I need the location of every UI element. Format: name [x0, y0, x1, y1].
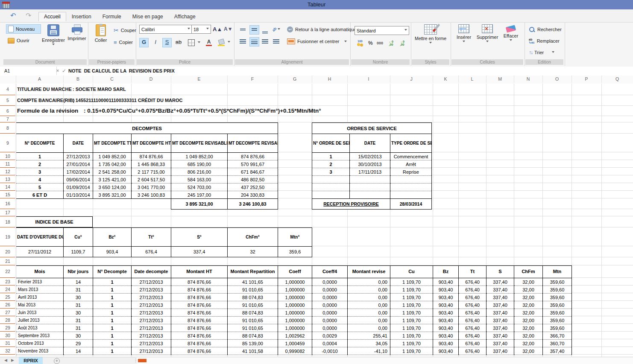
cell[interactable]: 6 ET D [16, 191, 64, 199]
column-header-E[interactable]: E [171, 76, 228, 83]
cell[interactable]: 337,40 [486, 294, 514, 301]
align-bottom-button[interactable] [261, 25, 270, 34]
cell[interactable]: 1,000000 [278, 286, 312, 294]
cell[interactable]: 2 117 715,00 [132, 168, 171, 176]
cell[interactable]: 359,60 [543, 324, 572, 332]
cell[interactable]: 91 010,65 [228, 324, 278, 332]
merge-caret-icon[interactable] [344, 41, 347, 44]
tab-insertion[interactable]: Insertion [66, 12, 97, 21]
font-color-button[interactable]: A [204, 38, 214, 47]
cell[interactable]: 3 041 770,00 [132, 183, 171, 191]
save-button[interactable]: Enregistrer [40, 23, 67, 47]
cell[interactable]: 676,40 [459, 278, 486, 286]
cell[interactable]: 1 109,70 [390, 332, 433, 340]
cell[interactable] [390, 191, 432, 199]
cell[interactable]: 1,000000 [278, 324, 312, 332]
cell[interactable]: 32,00 [514, 278, 543, 286]
cell[interactable]: 27/12/2013 [132, 309, 171, 317]
cell[interactable]: 0,00 [348, 317, 390, 324]
column-header-B[interactable]: B [63, 76, 93, 83]
cell[interactable] [312, 176, 350, 183]
cell[interactable]: 31 [64, 286, 93, 294]
cell[interactable]: Reprise [390, 168, 432, 176]
cell[interactable]: 17/02/2014 [64, 168, 93, 176]
cell[interactable]: 874 876,66 [171, 332, 228, 340]
cell[interactable]: 0,0000 [312, 324, 348, 332]
paste-button[interactable]: Coller [91, 23, 110, 43]
cell[interactable]: 1 [93, 317, 132, 324]
cell[interactable]: 32,00 [514, 294, 543, 301]
cell[interactable]: 903,40 [433, 278, 459, 286]
cell[interactable]: 874 876,66 [171, 294, 228, 301]
cell[interactable]: 0,0000 [312, 294, 348, 301]
column-header-P[interactable]: P [571, 76, 602, 83]
cell[interactable]: 584 163,00 [171, 176, 228, 183]
cell[interactable]: 1 049 852,00 [171, 153, 228, 160]
header-cell[interactable]: Mtn° [278, 228, 312, 247]
cell[interactable]: 4 [16, 176, 64, 183]
cell[interactable]: 874 876,66 [171, 340, 228, 347]
align-center-button[interactable] [249, 37, 259, 47]
cell[interactable]: 32,00 [514, 309, 543, 317]
cell[interactable]: 88 074,83 [228, 294, 278, 301]
redo-icon[interactable]: ↷ [26, 12, 31, 19]
cell[interactable]: 91 010,65 [228, 286, 278, 294]
cell[interactable]: 0,0000 [312, 309, 348, 317]
cell[interactable]: 41 101,58 [228, 347, 278, 355]
cell[interactable]: 32,00 [514, 332, 543, 340]
cell[interactable]: 0,999082 [278, 347, 312, 355]
cell[interactable]: 359,60 [543, 301, 572, 309]
cell[interactable]: 3 [16, 168, 64, 176]
row-header-9[interactable]: 9 [0, 134, 15, 152]
row-header-25[interactable]: 25 [0, 293, 15, 301]
row-header-4[interactable]: 4 [0, 84, 15, 95]
insert-button[interactable]: ↓ Insérer [454, 23, 474, 44]
cell[interactable]: 32,00 [514, 301, 543, 309]
cell[interactable]: 874 876,66 [171, 278, 228, 286]
undo-icon[interactable]: ↶ [10, 12, 16, 19]
cell[interactable]: 1,000000 [278, 317, 312, 324]
cell[interactable]: 874 876,66 [171, 301, 228, 309]
cell[interactable]: 337,40 [486, 324, 514, 332]
cell[interactable]: 903,40 [433, 317, 459, 324]
cell[interactable]: 27/11/2012 [16, 247, 64, 257]
cell[interactable]: 32,00 [514, 347, 543, 355]
decomptes-title[interactable]: DECOMPTES [16, 123, 278, 134]
cell[interactable]: 1 [93, 294, 132, 301]
cell[interactable]: 874 876,66 [171, 286, 228, 294]
cancel-entry-icon[interactable]: × [55, 67, 61, 75]
header-cell[interactable]: S° [171, 228, 228, 247]
cell[interactable]: 27/12/2013 [64, 153, 93, 160]
number-format-select[interactable]: Standard [355, 26, 409, 35]
cell[interactable]: 337,40 [486, 317, 514, 324]
column-header-D[interactable]: D [131, 76, 171, 83]
borders-button[interactable] [186, 38, 202, 47]
delete-button[interactable]: × Supprimer [475, 23, 499, 44]
header-cell[interactable]: Cu° [64, 228, 93, 247]
cell[interactable]: 359,60 [543, 278, 572, 286]
cell[interactable]: 903,40 [433, 332, 459, 340]
cell[interactable]: 27/12/2013 [132, 286, 171, 294]
header-cell[interactable]: MT DECOMPTE REVISABLE TTC [171, 134, 228, 153]
cell[interactable]: 204 330,83 [228, 191, 278, 199]
cell[interactable]: 32,00 [514, 340, 543, 347]
header-cell[interactable]: MT DECOMPTE TTC [93, 134, 132, 153]
cell[interactable]: 88 074,83 [228, 309, 278, 317]
cell[interactable]: 1109,7 [64, 247, 93, 257]
column-header-H[interactable]: H [312, 76, 348, 83]
header-cell[interactable]: DATE D'OVERTURE DU PLIS [16, 228, 64, 247]
cell[interactable]: Arrêt [390, 160, 432, 168]
cell[interactable]: 1 [93, 286, 132, 294]
align-justify-button[interactable] [272, 37, 281, 46]
header-cell[interactable]: Cu [390, 266, 433, 278]
row-header-18[interactable]: 18 [0, 216, 15, 227]
cell[interactable]: 903,40 [433, 301, 459, 309]
wrap-text-button[interactable]: ↩ Retour à la ligne automatique [285, 25, 358, 34]
header-cell[interactable]: DATE [64, 134, 93, 153]
cut-button[interactable]: ✂ Couper [112, 26, 138, 35]
row-header-23[interactable]: 23 [0, 278, 15, 285]
cell[interactable]: 30 [64, 294, 93, 301]
cell[interactable]: 14 [64, 278, 93, 286]
cell[interactable]: -41,10 [348, 347, 390, 355]
cell[interactable]: 1 [93, 332, 132, 340]
